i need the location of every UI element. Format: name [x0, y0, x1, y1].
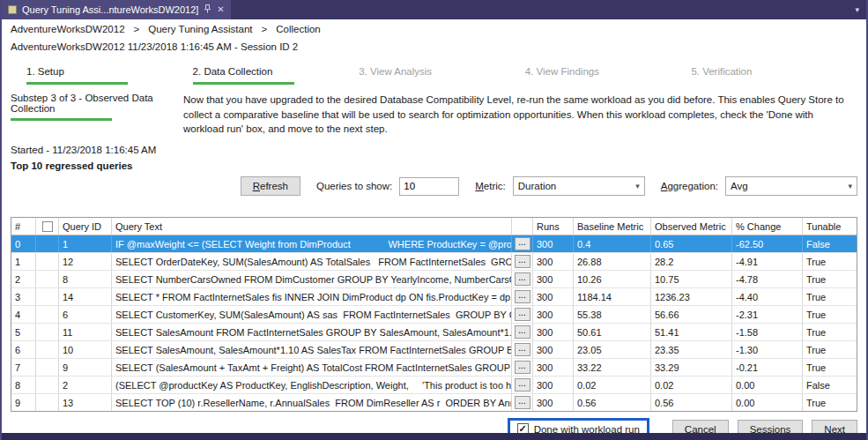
cell-baseline-metric: 55.38: [574, 306, 651, 323]
cell-observed-metric: 28.2: [651, 253, 732, 270]
cell-details: ...: [512, 341, 533, 358]
aggregation-select[interactable]: Avg ▾: [725, 176, 857, 196]
grid-header-row: # Query ID Query Text Runs Baseline Metr…: [11, 218, 857, 235]
table-row[interactable]: 314SELECT * FROM FactInternetSales fis I…: [11, 288, 857, 306]
header-percent-change[interactable]: % Change: [732, 218, 803, 235]
cell-row-number: 5: [11, 324, 36, 340]
cell-percent-change: -1.58: [732, 324, 803, 340]
cell-details: ...: [512, 377, 533, 393]
table-row[interactable]: 46SELECT CustomerKey, SUM(SalesAmount) A…: [11, 306, 857, 324]
header-query-text[interactable]: Query Text: [112, 218, 512, 235]
cell-row-number: 2: [11, 271, 36, 287]
breadcrumb-item-collection[interactable]: Collection: [276, 24, 321, 34]
cell-query-id: 12: [59, 253, 112, 270]
cell-baseline-metric: 1184.14: [574, 288, 651, 305]
cell-query-text: SELECT SalesAmount FROM FactInternetSale…: [112, 324, 512, 340]
queries-to-show-input[interactable]: [399, 177, 459, 196]
table-row[interactable]: 01IF @maxWeight <= (SELECT Weight from D…: [11, 235, 857, 253]
cell-tunable: True: [803, 306, 857, 323]
done-with-workload-label[interactable]: Done with workload run: [534, 424, 640, 433]
cell-row-number: 0: [11, 235, 36, 252]
cell-details: ...: [512, 288, 533, 305]
cell-query-text: (SELECT @productKey AS ProductKey, Engli…: [112, 377, 512, 393]
cell-baseline-metric: 10.26: [574, 271, 651, 287]
controls-row: Refresh Queries to show: Metric: Duratio…: [11, 176, 857, 196]
table-row[interactable]: 79SELECT (SalesAmount + TaxAmt + Freight…: [11, 359, 857, 377]
step-5: 5. Verification: [691, 66, 857, 85]
cancel-button[interactable]: Cancel: [672, 420, 729, 433]
cell-query-id: 10: [59, 341, 112, 358]
header-tunable[interactable]: Tunable: [803, 218, 857, 235]
header-select-all[interactable]: [36, 218, 59, 235]
query-details-button[interactable]: ...: [515, 272, 530, 286]
cell-runs: 300: [533, 253, 574, 270]
done-with-workload-checkbox[interactable]: ✓: [517, 423, 529, 433]
breadcrumb-item-assistant[interactable]: Query Tuning Assistant: [148, 24, 252, 34]
cell-runs: 300: [533, 306, 574, 323]
table-row[interactable]: 82(SELECT @productKey AS ProductKey, Eng…: [11, 377, 857, 394]
sessions-button[interactable]: Sessions: [738, 420, 804, 433]
chevron-down-icon: ▾: [631, 182, 644, 190]
step-progress-line: [26, 82, 128, 85]
cell-select: [36, 377, 59, 393]
query-details-button[interactable]: ...: [515, 343, 530, 356]
header-baseline-metric[interactable]: Baseline Metric: [574, 218, 651, 235]
step-label: 4. View Findings: [525, 66, 692, 77]
cell-details: ...: [512, 394, 533, 411]
header-row-number[interactable]: #: [11, 218, 36, 235]
cell-query-id: 11: [59, 324, 112, 340]
refresh-button[interactable]: Refresh: [241, 176, 300, 196]
header-runs[interactable]: Runs: [533, 218, 574, 235]
cell-row-number: 4: [11, 306, 36, 323]
breadcrumb-separator: >: [262, 24, 268, 34]
table-row[interactable]: 913SELECT TOP (10) r.ResellerName, r.Ann…: [11, 394, 857, 411]
select-all-checkbox[interactable]: [42, 221, 53, 232]
step-3: 3. View Analysis: [359, 66, 525, 85]
breadcrumb: AdventureWorksDW2012 > Query Tuning Assi…: [11, 19, 857, 34]
cell-percent-change: -4.91: [732, 253, 803, 270]
table-row[interactable]: 511SELECT SalesAmount FROM FactInternetS…: [11, 324, 857, 341]
metric-select[interactable]: Duration ▾: [513, 176, 645, 196]
tab-list-dropdown-icon[interactable]: ▾: [855, 5, 859, 14]
close-tab-icon[interactable]: ✕: [217, 5, 224, 14]
cell-query-id: 8: [59, 271, 112, 287]
document-tab[interactable]: Query Tuning Assi...ntureWorksDW2012] ✕: [2, 0, 231, 19]
query-details-button[interactable]: ...: [515, 361, 530, 374]
substep-row: Substep 3 of 3 - Observed Data Collectio…: [11, 93, 857, 137]
header-query-id[interactable]: Query ID: [59, 218, 112, 235]
next-button[interactable]: Next: [812, 420, 857, 433]
pin-icon[interactable]: [204, 4, 211, 15]
table-row[interactable]: 112SELECT OrderDateKey, SUM(SalesAmount)…: [11, 253, 857, 271]
step-4: 4. View Findings: [525, 66, 692, 85]
query-details-button[interactable]: ...: [515, 396, 530, 409]
cell-query-text: SELECT CustomerKey, SUM(SalesAmount) AS …: [112, 306, 512, 323]
step-label: 5. Verification: [691, 66, 857, 77]
query-details-button[interactable]: ...: [515, 325, 530, 339]
cell-runs: 300: [533, 341, 574, 358]
queries-to-show-label: Queries to show:: [316, 181, 392, 191]
cell-query-id: 6: [59, 306, 112, 323]
cell-select: [36, 359, 59, 376]
cell-baseline-metric: 26.88: [574, 253, 651, 270]
cell-query-id: 9: [59, 359, 112, 376]
query-details-button[interactable]: ...: [515, 308, 530, 321]
breadcrumb-item-database[interactable]: AdventureWorksDW2012: [11, 24, 125, 34]
cell-query-text: SELECT OrderDateKey, SUM(SalesAmount) AS…: [112, 253, 512, 270]
done-with-workload-highlight: ✓ Done with workload run: [508, 418, 649, 433]
cell-details: ...: [512, 306, 533, 323]
document-tab-bar: Query Tuning Assi...ntureWorksDW2012] ✕ …: [2, 0, 866, 19]
cell-tunable: True: [803, 288, 857, 305]
table-row[interactable]: 610SELECT SalesAmount, SalesAmount*1.10 …: [11, 341, 857, 359]
header-observed-metric[interactable]: Observed Metric: [651, 218, 732, 235]
query-details-button[interactable]: ...: [515, 237, 530, 250]
cell-tunable: True: [803, 359, 857, 376]
query-details-button[interactable]: ...: [515, 255, 530, 268]
cell-tunable: False: [803, 377, 857, 393]
bottom-window-edge: [2, 433, 866, 440]
cell-row-number: 9: [11, 394, 36, 411]
cell-select: [36, 341, 59, 358]
query-details-button[interactable]: ...: [515, 378, 530, 392]
table-row[interactable]: 28SELECT NumberCarsOwned FROM DimCustome…: [11, 271, 857, 288]
query-details-button[interactable]: ...: [515, 290, 530, 303]
cell-tunable: True: [803, 341, 857, 358]
